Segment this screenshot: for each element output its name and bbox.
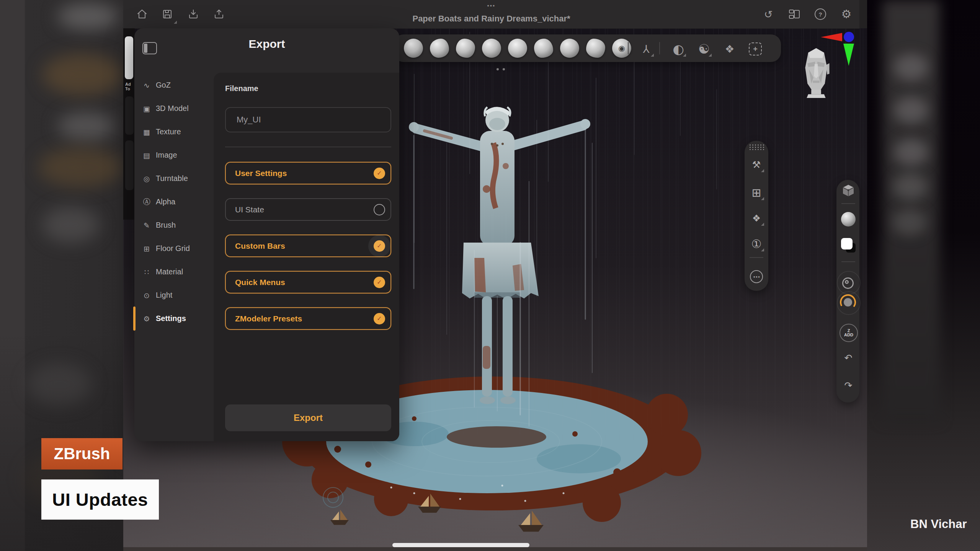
zadd-line2: ADD (844, 333, 853, 337)
sidebar-item-label: Material (156, 267, 183, 276)
brush-thumbnail[interactable] (430, 39, 449, 58)
sidebar-item-icon: ⊙ (141, 291, 152, 300)
toolbar-divider (628, 42, 629, 54)
check-icon: ✓ (377, 279, 382, 286)
redo-icon: ↷ (844, 380, 853, 391)
more-button[interactable]: ⋯ (749, 269, 764, 284)
flyout-indicator (683, 54, 686, 57)
export-toggle-row[interactable]: Quick Menus ✓ (225, 271, 391, 293)
brush-thumbnail[interactable] (586, 39, 605, 58)
axis-z-dot[interactable] (844, 32, 854, 42)
titlebar: ••• Paper Boats and Rainy Dreams_vichar*… (123, 0, 859, 29)
export-sidebar-item[interactable]: ✎ Brush (134, 214, 214, 237)
export-toggle-list: User Settings ✓ UI State ✓ Custom Bars ✓… (225, 162, 391, 344)
export-sidebar-item[interactable]: ▤ Image (134, 143, 214, 167)
export-sidebar-item[interactable]: ◎ Turntable (134, 167, 214, 190)
screen: ◉ ⅄ ◐ ☯ ❖ + (0, 0, 980, 551)
brand-label: ZBrush (41, 438, 122, 469)
camera-head-gizmo[interactable] (802, 41, 830, 98)
undo-icon: ↶ (844, 352, 853, 364)
filename-label: Filename (225, 84, 258, 93)
axis-x-arrow[interactable] (821, 33, 842, 41)
export-sidebar-item[interactable]: ⊙ Light (134, 284, 214, 307)
backdrop-blob (38, 147, 122, 187)
sidebar-item-icon: ⊞ (141, 245, 152, 253)
history-icon: ↺ (764, 9, 773, 20)
zadd-mode-button[interactable]: Z ADD (840, 324, 858, 342)
toolbar-divider (841, 203, 855, 204)
flyout-indicator (761, 197, 764, 200)
toggle-checkbox[interactable]: ✓ (374, 313, 385, 324)
material-sphere-icon[interactable]: ☯ (696, 41, 712, 57)
tool-thumb[interactable] (125, 96, 134, 135)
gizmo-move-icon[interactable]: ⅄ (638, 41, 655, 57)
layer-one-icon: ① (751, 237, 762, 251)
home-indicator[interactable] (392, 543, 529, 547)
material-flat-icon[interactable]: ◐ (670, 41, 687, 57)
layer-one-button[interactable]: ① (749, 236, 764, 251)
brush-thumbnail[interactable] (534, 39, 553, 58)
history-button[interactable]: ↺ (761, 7, 776, 21)
filename-input[interactable] (225, 107, 391, 132)
check-icon: ✓ (377, 170, 382, 177)
export-sidebar-item[interactable]: ⚙ Settings (134, 307, 214, 330)
help-button[interactable]: ? (813, 7, 828, 21)
toggle-checkbox[interactable]: ✓ (374, 277, 385, 288)
tools-icon: ⚒ (752, 159, 761, 170)
export-sidebar-item[interactable]: ⊞ Floor Grid (134, 237, 214, 260)
brush-thumbnail[interactable] (508, 39, 527, 58)
redo-button[interactable]: ↷ (841, 378, 856, 393)
settings-button[interactable]: ⚙ (839, 7, 854, 21)
toggle-checkbox[interactable]: ✓ (374, 240, 385, 252)
toggle-label: User Settings (235, 169, 287, 178)
brush-thumbnail[interactable] (560, 39, 579, 58)
material-preview-button[interactable] (841, 212, 856, 227)
export-sidebar-item[interactable]: ▣ 3D Model (134, 97, 214, 120)
export-sidebar-item[interactable]: ▦ Texture (134, 120, 214, 143)
toggle-checkbox[interactable]: ✓ (374, 168, 385, 179)
gizmo-cube-icon (842, 184, 855, 197)
material-sphere-preview (841, 212, 856, 227)
export-toggle-row[interactable]: User Settings ✓ (225, 162, 391, 184)
toggle-label: ZModeler Presets (235, 314, 302, 323)
gizmo-cube-button[interactable] (841, 183, 856, 198)
undo-button[interactable]: ↶ (841, 350, 856, 365)
brush-thumbnail[interactable] (404, 39, 423, 58)
export-sidebar-item[interactable]: ∿ GoZ (134, 73, 214, 97)
export-settings-content: Filename User Settings ✓ UI State ✓ Cust… (214, 73, 399, 441)
title-overflow-dots[interactable]: ••• (123, 2, 859, 9)
backdrop-right (867, 0, 980, 551)
scene-cube-button[interactable]: ❖ (749, 210, 764, 226)
export-toggle-row[interactable]: Custom Bars ✓ (225, 235, 391, 257)
sidebar-item-label: Light (156, 291, 172, 300)
tools-button[interactable]: ⚒ (749, 157, 764, 172)
page-dot[interactable] (497, 68, 499, 70)
material-flat-glyph: ◐ (673, 41, 684, 57)
drag-handle[interactable] (749, 144, 764, 150)
toggle-checkbox[interactable]: ✓ (374, 204, 385, 215)
export-button[interactable]: Export (225, 404, 391, 431)
backdrop-blob (42, 207, 100, 243)
brush-thumbnail[interactable] (456, 39, 475, 58)
active-tool-thumb[interactable] (125, 36, 133, 79)
export-sidebar-item[interactable]: Ⓐ Alpha (134, 190, 214, 214)
export-sidebar-item[interactable]: ∷ Material (134, 260, 214, 284)
brush-thumbnail[interactable] (482, 39, 501, 58)
help-icon: ? (815, 8, 826, 20)
ui-grid-button[interactable]: ⊞ (749, 185, 764, 200)
axis-y-arrow[interactable] (843, 44, 854, 66)
symmetry-cube-icon[interactable]: ❖ (721, 41, 738, 57)
sidebar-item-label: Image (156, 151, 177, 160)
export-toggle-row[interactable]: ZModeler Presets ✓ (225, 307, 391, 330)
focal-shift-button[interactable] (840, 294, 856, 311)
draw-size-button[interactable] (842, 277, 854, 289)
layout-button[interactable] (787, 7, 802, 21)
backdrop-blob (893, 173, 928, 201)
backdrop-blob (894, 54, 928, 81)
add-subtool-icon[interactable]: + (747, 41, 764, 57)
export-toggle-row[interactable]: UI State ✓ (225, 198, 391, 221)
page-dot[interactable] (503, 68, 505, 70)
backdrop-blob (894, 96, 928, 124)
color-swatch-button[interactable] (841, 238, 856, 253)
tool-thumb[interactable] (125, 140, 134, 190)
